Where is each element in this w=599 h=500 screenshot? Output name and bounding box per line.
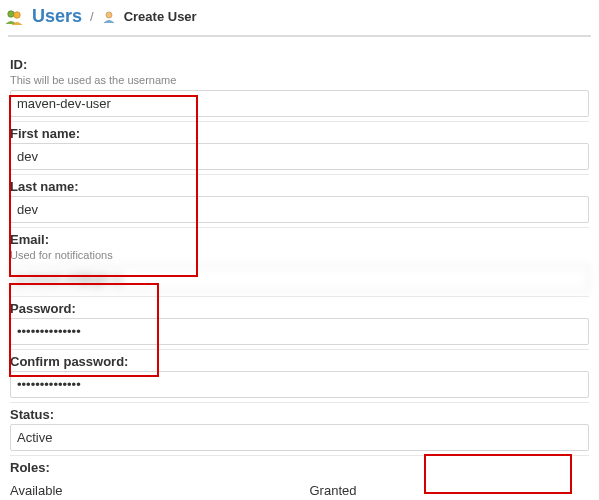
breadcrumb-current: Create User xyxy=(124,9,197,24)
roles-available-label: Available xyxy=(10,481,290,500)
password-input[interactable] xyxy=(10,318,589,345)
users-group-icon xyxy=(4,7,24,27)
last-name-label: Last name: xyxy=(10,175,589,196)
password-label: Password: xyxy=(10,297,589,318)
breadcrumb-separator: / xyxy=(90,9,94,24)
breadcrumb-users-link[interactable]: Users xyxy=(32,6,82,27)
roles-granted-column: Granted maven-dev xyxy=(310,481,590,500)
user-icon xyxy=(102,10,116,24)
email-input[interactable] xyxy=(10,265,589,292)
breadcrumb: Users / Create User xyxy=(0,0,599,35)
email-hint: Used for notifications xyxy=(10,249,589,265)
roles-available-column: Available xyxy=(10,481,290,500)
last-name-input[interactable] xyxy=(10,196,589,223)
id-label: ID: xyxy=(10,53,589,74)
id-input[interactable] xyxy=(10,90,589,117)
roles-label: Roles: xyxy=(10,456,589,477)
roles-section: Available Granted maven-dev xyxy=(10,481,589,500)
confirm-password-label: Confirm password: xyxy=(10,350,589,371)
first-name-input[interactable] xyxy=(10,143,589,170)
status-label: Status: xyxy=(10,403,589,424)
svg-point-1 xyxy=(14,11,20,17)
roles-granted-label: Granted xyxy=(310,481,590,500)
svg-point-2 xyxy=(106,12,112,18)
id-hint: This will be used as the username xyxy=(10,74,589,90)
divider xyxy=(8,35,591,37)
first-name-label: First name: xyxy=(10,122,589,143)
create-user-form: ID: This will be used as the username Fi… xyxy=(0,53,599,500)
svg-point-0 xyxy=(8,10,14,16)
email-label: Email: xyxy=(10,228,589,249)
confirm-password-input[interactable] xyxy=(10,371,589,398)
status-input[interactable] xyxy=(10,424,589,451)
